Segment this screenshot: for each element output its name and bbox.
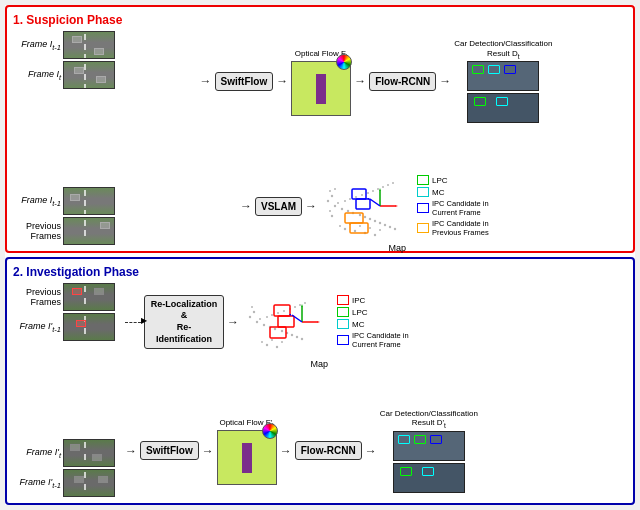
p2-frame-img-t-minus1b [63, 469, 115, 497]
svg-point-26 [354, 230, 356, 232]
svg-rect-74 [274, 305, 290, 316]
svg-point-32 [329, 190, 331, 192]
map-box1: Map [320, 171, 410, 241]
svg-point-36 [329, 210, 331, 212]
svg-point-17 [382, 186, 384, 188]
phase1-title: 1. Suspicion Phase [13, 13, 627, 27]
p2-frame-img-t [63, 439, 115, 467]
svg-point-51 [266, 316, 268, 318]
arrow6: → [305, 199, 317, 213]
svg-point-53 [271, 314, 273, 316]
svg-point-3 [344, 200, 346, 202]
flow-purple2 [242, 443, 252, 473]
p2-frame-prev [63, 283, 115, 311]
svg-point-29 [369, 227, 371, 229]
p2-arrow1: → [125, 444, 137, 458]
frame-it: Frame It [13, 61, 121, 89]
legend-ipc-current2: IPC Candidate in Current Frame [337, 331, 432, 349]
vslam-box: VSLAM [255, 197, 302, 216]
flow-purple1 [316, 74, 326, 104]
lpc-color1 [417, 175, 429, 185]
svg-point-5 [349, 198, 351, 200]
svg-point-71 [251, 306, 253, 308]
det-img2b [393, 463, 465, 493]
svg-point-11 [367, 192, 369, 194]
svg-point-12 [369, 218, 371, 220]
flow-rcnn-box1: Flow-RCNN [369, 72, 436, 91]
p2-frame-t: Frame I't [13, 439, 121, 467]
det-img2a [393, 431, 465, 461]
det-result-stack1 [467, 61, 539, 123]
phase2-title: 2. Investigation Phase [13, 265, 627, 279]
svg-point-37 [331, 215, 333, 217]
svg-point-1 [337, 202, 339, 204]
svg-line-44 [370, 199, 380, 206]
p2-arrow2: → [202, 444, 214, 458]
ipc-color2 [337, 295, 349, 305]
svg-point-7 [355, 196, 357, 198]
svg-point-69 [276, 346, 278, 348]
svg-point-22 [394, 228, 396, 230]
phase1-box: 1. Suspicion Phase Frame It-1 [5, 5, 635, 253]
result-label1: Car Detection/ClassificationResult Dt [454, 39, 552, 60]
svg-point-56 [281, 330, 283, 332]
svg-rect-38 [352, 189, 366, 199]
legend1: LPC MC IPC Candidate in Current Frame [417, 175, 512, 237]
svg-point-61 [294, 306, 296, 308]
legend-ipc2: IPC [337, 295, 432, 305]
phase2-box: 2. Investigation Phase PreviousFrames [5, 257, 635, 505]
map-label2: Map [310, 359, 328, 369]
legend-mc1: MC [417, 187, 512, 197]
frame-img-t-minus1 [63, 31, 115, 59]
legend-lpc2: LPC [337, 307, 432, 317]
svg-point-18 [384, 224, 386, 226]
ipc-prev-color1 [417, 223, 429, 233]
svg-point-15 [377, 188, 379, 190]
p2-flow-rcnn-box: Flow-RCNN [295, 441, 362, 460]
legend-ipc-prev1: IPC Candidate in Previous Frames [417, 219, 512, 237]
previous-frames: PreviousFrames [13, 217, 121, 245]
map-label1: Map [388, 243, 406, 253]
map-box2: Map [242, 287, 332, 357]
p2-frame-t-minus1b: Frame I't-1 [13, 469, 121, 497]
frame-img-prev2 [63, 217, 115, 245]
map-svg2 [242, 287, 332, 357]
det-img1a [467, 61, 539, 91]
color-wheel2 [262, 423, 278, 439]
svg-point-73 [249, 316, 251, 318]
svg-point-20 [389, 226, 391, 228]
svg-marker-81 [301, 304, 303, 307]
svg-point-24 [344, 228, 346, 230]
mc-color1 [417, 187, 429, 197]
legend-lpc1: LPC [417, 175, 512, 185]
svg-point-31 [379, 229, 381, 231]
svg-point-54 [274, 328, 276, 330]
arrow1: → [200, 74, 212, 88]
svg-point-16 [379, 222, 381, 224]
svg-point-27 [359, 225, 361, 227]
frame-it-minus1: Frame It-1 [13, 31, 121, 59]
ipc-current-color2 [337, 335, 349, 345]
svg-point-50 [263, 324, 265, 326]
p2-swiftflow-box: SwiftFlow [140, 441, 199, 460]
svg-point-70 [281, 341, 283, 343]
optical-flow-box1 [291, 61, 351, 116]
legend2: IPC LPC MC IPC Candidate in Current [337, 295, 432, 349]
p2-frame-t-minus1: Frame I't-1 [13, 313, 121, 341]
ipc-current-color1 [417, 203, 429, 213]
frame-it-minus2: Frame It-1 [13, 187, 121, 215]
svg-point-4 [347, 210, 349, 212]
svg-point-63 [299, 304, 301, 306]
arrow3: → [354, 74, 366, 88]
svg-point-9 [361, 194, 363, 196]
det-img1b [467, 93, 539, 123]
svg-point-60 [291, 334, 293, 336]
svg-point-62 [296, 336, 298, 338]
svg-point-72 [253, 311, 255, 313]
svg-rect-75 [278, 316, 294, 327]
svg-point-21 [392, 182, 394, 184]
svg-point-10 [364, 216, 366, 218]
optical-flow-box2 [217, 430, 277, 485]
svg-point-65 [304, 302, 306, 304]
svg-point-34 [334, 188, 336, 190]
